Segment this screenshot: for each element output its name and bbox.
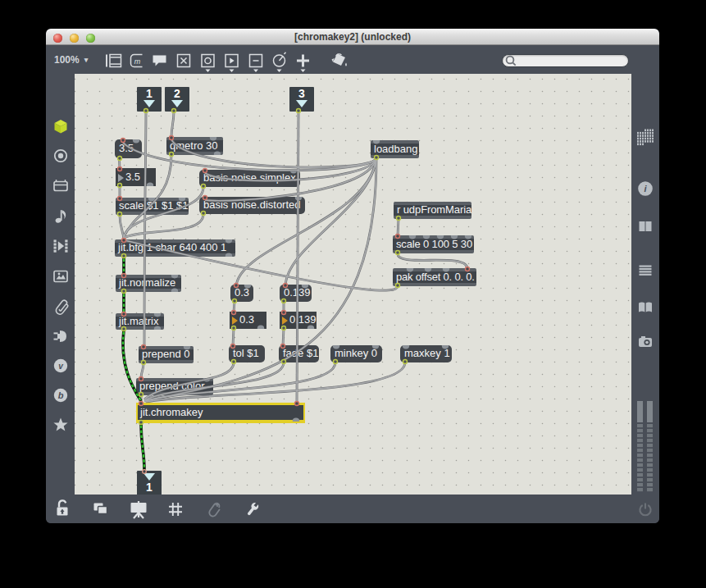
svg-text:b: b: [58, 390, 64, 400]
svg-text:m: m: [134, 57, 141, 66]
